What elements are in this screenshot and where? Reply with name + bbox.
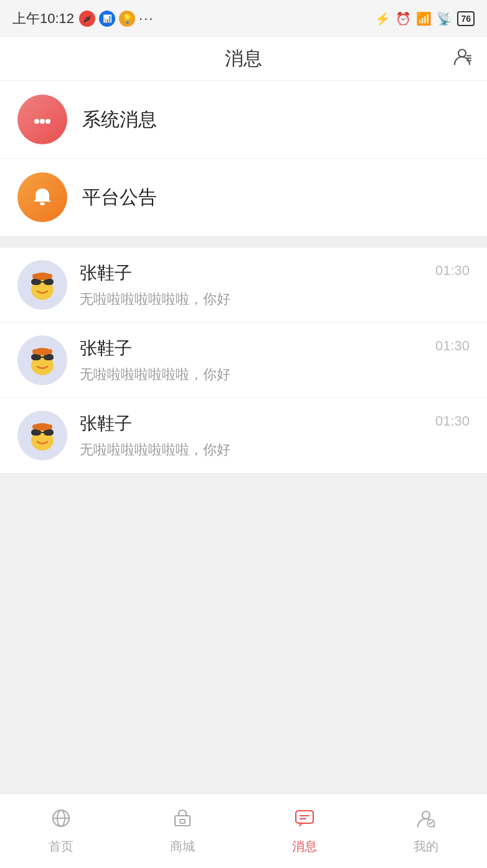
- tab-mall[interactable]: 商城: [122, 807, 244, 855]
- section-divider: [0, 236, 487, 248]
- alarm-icon: ⏰: [395, 11, 411, 26]
- app-icon-3: 💡: [119, 11, 135, 27]
- chat-time: 01:30: [435, 338, 470, 354]
- mine-icon: [415, 807, 437, 834]
- svg-point-0: [458, 49, 466, 57]
- chat-item[interactable]: 张鞋子 无啦啦啦啦啦啦啦，你好 01:30: [0, 323, 487, 398]
- chat-body: 张鞋子 无啦啦啦啦啦啦啦，你好: [80, 337, 425, 384]
- profile-button[interactable]: [452, 47, 472, 71]
- empty-space: [0, 474, 487, 793]
- tab-home-label: 首页: [49, 838, 73, 855]
- svg-point-6: [45, 119, 50, 124]
- app-icon-1: 🌶: [79, 11, 95, 27]
- tab-mine-label: 我的: [414, 838, 438, 855]
- chat-body: 张鞋子 无啦啦啦啦啦啦啦，你好: [80, 412, 425, 459]
- tab-messages[interactable]: 消息: [244, 807, 366, 855]
- app-icon-2: 📊: [99, 11, 115, 27]
- status-time-group: 上午10:12 🌶 📊 💡 ···: [12, 9, 154, 28]
- tab-bar: 首页 商城 消息: [0, 793, 487, 868]
- chat-name: 张鞋子: [80, 261, 425, 285]
- status-more-dots: ···: [139, 11, 154, 27]
- svg-point-15: [32, 274, 37, 279]
- avatar: [17, 260, 67, 310]
- battery-level: 76: [461, 14, 471, 24]
- system-message-icon: [17, 95, 67, 144]
- chat-body: 张鞋子 无啦啦啦啦啦啦啦，你好: [80, 261, 425, 309]
- svg-rect-7: [40, 202, 45, 205]
- wifi-icon: 📡: [437, 11, 452, 26]
- status-app-icons: 🌶 📊 💡 ···: [79, 11, 154, 27]
- status-icons-right: ⚡ ⏰ 📶 📡 76: [375, 11, 475, 26]
- svg-rect-38: [175, 816, 190, 826]
- chat-time: 01:30: [435, 263, 470, 279]
- svg-point-5: [40, 119, 45, 124]
- platform-announcement-label: 平台公告: [82, 185, 157, 210]
- signal-icon: 📶: [416, 11, 432, 26]
- svg-point-34: [47, 424, 52, 429]
- chat-name: 张鞋子: [80, 412, 425, 436]
- svg-point-33: [32, 424, 37, 429]
- system-message-label: 系统消息: [82, 107, 157, 133]
- mall-icon: [171, 807, 194, 834]
- svg-point-25: [47, 349, 52, 354]
- svg-point-16: [47, 274, 52, 279]
- tab-messages-label: 消息: [292, 838, 317, 855]
- page-title: 消息: [225, 46, 262, 72]
- svg-point-4: [34, 119, 39, 124]
- platform-announcement-item[interactable]: 平台公告: [0, 159, 487, 236]
- chat-preview: 无啦啦啦啦啦啦啦，你好: [80, 290, 425, 309]
- battery-indicator: 76: [457, 11, 475, 26]
- chat-name: 张鞋子: [80, 337, 425, 360]
- messages-icon: [293, 807, 316, 834]
- platform-announcement-icon: [17, 172, 67, 222]
- avatar: [17, 411, 67, 460]
- page-header: 消息: [0, 37, 487, 81]
- svg-point-43: [422, 811, 430, 819]
- svg-point-24: [32, 349, 37, 354]
- tab-mall-label: 商城: [170, 838, 195, 855]
- chat-list: 张鞋子 无啦啦啦啦啦啦啦，你好 01:30: [0, 248, 487, 474]
- avatar: [17, 335, 67, 385]
- system-message-item[interactable]: 系统消息: [0, 81, 487, 159]
- chat-item[interactable]: 张鞋子 无啦啦啦啦啦啦啦，你好 01:30: [0, 248, 487, 323]
- svg-rect-39: [180, 819, 185, 823]
- status-bar: 上午10:12 🌶 📊 💡 ··· ⚡ ⏰ 📶 📡 76: [0, 0, 487, 37]
- status-time: 上午10:12: [12, 9, 74, 28]
- tab-mine[interactable]: 我的: [366, 807, 488, 855]
- home-icon: [50, 807, 72, 834]
- content-area: 系统消息 平台公告: [0, 81, 487, 793]
- chat-preview: 无啦啦啦啦啦啦啦，你好: [80, 365, 425, 384]
- tab-home[interactable]: 首页: [0, 807, 122, 855]
- svg-rect-40: [296, 811, 313, 823]
- chat-item[interactable]: 张鞋子 无啦啦啦啦啦啦啦，你好 01:30: [0, 398, 487, 474]
- bluetooth-icon: ⚡: [375, 11, 390, 26]
- chat-time: 01:30: [435, 413, 470, 429]
- chat-preview: 无啦啦啦啦啦啦啦，你好: [80, 441, 425, 459]
